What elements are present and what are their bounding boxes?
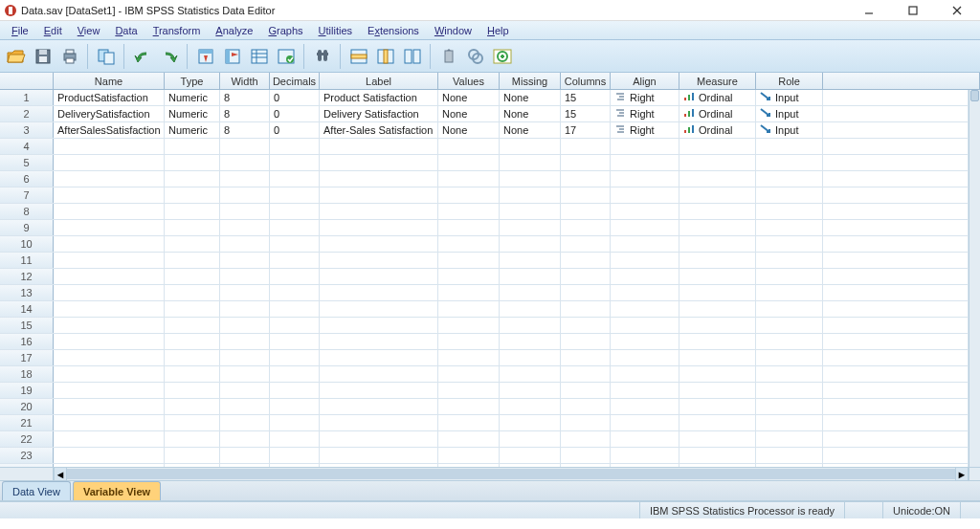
row-number[interactable]: 7 xyxy=(0,187,54,203)
table-row-empty[interactable]: 20 xyxy=(0,399,969,415)
table-row[interactable]: 3AfterSalesSatisfactionNumeric80After-Sa… xyxy=(0,122,969,139)
row-number[interactable]: 2 xyxy=(0,106,54,121)
cell-label[interactable]: After-Sales Satisfaction xyxy=(320,122,438,138)
menu-analyze[interactable]: Analyze xyxy=(208,23,260,38)
vertical-scrollbar[interactable] xyxy=(969,90,980,467)
row-number[interactable]: 5 xyxy=(0,155,54,170)
col-header-measure[interactable]: Measure xyxy=(679,73,756,89)
table-row-empty[interactable]: 23 xyxy=(0,448,969,464)
cell-decimals[interactable]: 0 xyxy=(270,122,320,138)
run-descriptives-icon[interactable] xyxy=(274,44,299,69)
cell-width[interactable]: 8 xyxy=(220,122,270,138)
print-icon[interactable] xyxy=(57,44,82,69)
cell-columns[interactable]: 15 xyxy=(561,90,611,105)
table-row-empty[interactable]: 8 xyxy=(0,204,969,220)
table-row-empty[interactable]: 16 xyxy=(0,334,969,350)
open-icon[interactable] xyxy=(4,44,29,69)
menu-window[interactable]: Window xyxy=(427,23,479,38)
row-number[interactable]: 17 xyxy=(0,350,54,365)
cell-align[interactable]: Right xyxy=(611,106,679,121)
table-row-empty[interactable]: 6 xyxy=(0,171,969,187)
cell-columns[interactable]: 17 xyxy=(561,122,611,138)
row-number[interactable]: 6 xyxy=(0,171,54,187)
table-row-empty[interactable]: 10 xyxy=(0,236,969,253)
undo-icon[interactable] xyxy=(130,44,155,69)
menu-extensions[interactable]: Extensions xyxy=(360,23,427,38)
row-number[interactable]: 14 xyxy=(0,301,54,317)
minimize-button[interactable] xyxy=(856,2,882,19)
cell-name[interactable]: AfterSalesSatisfaction xyxy=(54,122,165,138)
row-number[interactable]: 9 xyxy=(0,220,54,235)
cell-missing[interactable]: None xyxy=(500,122,561,138)
goto-variable-icon[interactable] xyxy=(220,44,245,69)
row-number[interactable]: 1 xyxy=(0,90,54,105)
scroll-right-icon[interactable]: ► xyxy=(955,468,969,480)
menu-transform[interactable]: Transform xyxy=(145,23,209,38)
cell-role[interactable]: Input xyxy=(756,106,823,121)
row-number[interactable]: 10 xyxy=(0,236,54,252)
table-row-empty[interactable]: 14 xyxy=(0,301,969,318)
row-number[interactable]: 3 xyxy=(0,122,54,138)
row-number[interactable]: 23 xyxy=(0,448,54,463)
col-header-align[interactable]: Align xyxy=(611,73,679,89)
col-header-role[interactable]: Role xyxy=(756,73,823,89)
cell-values[interactable]: None xyxy=(438,122,500,138)
cell-missing[interactable]: None xyxy=(500,106,561,121)
table-row-empty[interactable]: 9 xyxy=(0,220,969,236)
col-header-width[interactable]: Width xyxy=(220,73,270,89)
table-row[interactable]: 1ProductSatisfactionNumeric80Product Sat… xyxy=(0,90,969,106)
row-number[interactable]: 20 xyxy=(0,399,54,414)
table-row-empty[interactable]: 7 xyxy=(0,187,969,204)
tab-data-view[interactable]: Data View xyxy=(2,481,71,500)
menu-view[interactable]: View xyxy=(70,23,108,38)
col-header-values[interactable]: Values xyxy=(438,73,500,89)
row-number[interactable]: 19 xyxy=(0,383,54,398)
value-labels-icon[interactable] xyxy=(490,44,515,69)
maximize-button[interactable] xyxy=(900,2,926,19)
variables-icon[interactable] xyxy=(247,44,272,69)
insert-variable-icon[interactable] xyxy=(373,44,398,69)
cell-measure[interactable]: Ordinal xyxy=(679,106,756,121)
find-icon[interactable] xyxy=(310,44,335,69)
cell-align[interactable]: Right xyxy=(611,90,679,105)
close-button[interactable] xyxy=(944,2,970,19)
cell-label[interactable]: Delivery Satisfaction xyxy=(320,106,438,121)
cell-type[interactable]: Numeric xyxy=(165,90,220,105)
table-row-empty[interactable]: 19 xyxy=(0,383,969,399)
cell-name[interactable]: ProductSatisfaction xyxy=(54,90,165,105)
save-icon[interactable] xyxy=(31,44,56,69)
row-number[interactable]: 16 xyxy=(0,334,54,349)
cell-role[interactable]: Input xyxy=(756,90,823,105)
cell-align[interactable]: Right xyxy=(611,122,679,138)
row-number[interactable]: 21 xyxy=(0,415,54,430)
cell-name[interactable]: DeliverySatisfaction xyxy=(54,106,165,121)
table-row-empty[interactable]: 11 xyxy=(0,253,969,269)
col-header-type[interactable]: Type xyxy=(165,73,220,89)
menu-utilities[interactable]: Utilities xyxy=(311,23,360,38)
col-header-label[interactable]: Label xyxy=(320,73,438,89)
table-row-empty[interactable]: 15 xyxy=(0,318,969,334)
row-number[interactable]: 22 xyxy=(0,431,54,447)
col-header-decimals[interactable]: Decimals xyxy=(270,73,320,89)
table-row-empty[interactable]: 24 xyxy=(0,464,969,467)
cell-values[interactable]: None xyxy=(438,90,500,105)
redo-icon[interactable] xyxy=(157,44,182,69)
cell-columns[interactable]: 15 xyxy=(561,106,611,121)
row-number[interactable]: 15 xyxy=(0,318,54,333)
row-number[interactable]: 13 xyxy=(0,285,54,300)
menu-file[interactable]: File xyxy=(4,23,36,38)
cell-missing[interactable]: None xyxy=(500,90,561,105)
cell-label[interactable]: Product Satisfaction xyxy=(320,90,438,105)
cell-decimals[interactable]: 0 xyxy=(270,90,320,105)
row-number[interactable]: 24 xyxy=(0,464,54,467)
recall-dialog-icon[interactable] xyxy=(94,44,119,69)
split-file-icon[interactable] xyxy=(400,44,425,69)
col-header-columns[interactable]: Columns xyxy=(561,73,611,89)
table-row[interactable]: 2DeliverySatisfactionNumeric80Delivery S… xyxy=(0,106,969,122)
row-number[interactable]: 18 xyxy=(0,366,54,382)
menu-data[interactable]: Data xyxy=(107,23,145,38)
horizontal-scrollbar[interactable]: ◄ ► xyxy=(0,467,980,480)
table-row-empty[interactable]: 18 xyxy=(0,366,969,383)
weight-cases-icon[interactable] xyxy=(436,44,461,69)
col-header-missing[interactable]: Missing xyxy=(500,73,561,89)
